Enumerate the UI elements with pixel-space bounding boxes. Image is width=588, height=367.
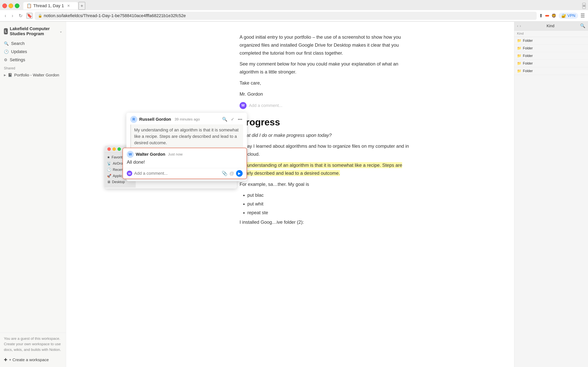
app-body: L Lakefield Computer Studies Program ⌄ 🔍… (0, 22, 588, 367)
bullet-1: put blac (247, 191, 415, 199)
reply-text: All done! (123, 159, 247, 168)
sidebar-search-label: Search (11, 41, 25, 46)
lock-icon: 🔒 (38, 14, 42, 18)
content-body-2: What did I do or make progress upon toda… (240, 131, 415, 226)
expand-icon: ▶ (4, 74, 6, 77)
bullet-3: repeat ste (247, 209, 415, 217)
portfolio-label: Portfolio - Walter Gordon (14, 73, 59, 77)
sidebar-item-search[interactable]: 🔍 Search (0, 40, 66, 48)
new-tab-button[interactable]: + (79, 2, 85, 10)
browser-chrome: 📋 Thread 1, Day 1 ✕ + ≡ ‹ › ↻ 🔖 🔒 notion… (0, 0, 588, 22)
folder-icon-4: 📁 (517, 46, 521, 50)
highlighted-paragraph: My understanding of an algorithm is that… (240, 161, 415, 177)
sidebar-item-settings[interactable]: ⚙ Settings (0, 56, 66, 64)
comment-input-placeholder[interactable]: Add a comment... (249, 103, 282, 108)
paragraph-8: I installed Goog…ive folder (2): (240, 218, 415, 226)
sidebar-footer: You are a guest of this workspace. Creat… (0, 333, 66, 356)
tab-icon: 📋 (26, 3, 32, 8)
content-body: A good initial entry to your portfolio –… (240, 33, 415, 98)
star-icon: ★ (107, 155, 110, 159)
comment-time: 39 minutes ago (175, 117, 200, 122)
tab-list-button[interactable]: ≡ (582, 3, 586, 9)
finder-fullscreen[interactable] (118, 147, 121, 151)
sidebar-settings-label: Settings (10, 57, 25, 62)
user-avatar: W (240, 102, 247, 109)
create-workspace-button[interactable]: ✚ + Create a workspace (0, 356, 66, 364)
refresh-button[interactable]: ↻ (17, 12, 24, 19)
folder-icon-7: 📁 (517, 69, 521, 73)
tab-title: Thread 1, Day 1 (33, 3, 64, 8)
folder-icon-6: 📁 (517, 61, 521, 66)
comment-author-name: Russell Gordon (139, 117, 171, 122)
folder-icon-3: 📁 (517, 39, 521, 43)
address-bar[interactable]: 🔒 notion.so/lakefieldcs/Thread-1-Day-1-b… (35, 12, 537, 20)
attach-button[interactable]: 📎 (222, 171, 227, 176)
sidebar-page-portfolio[interactable]: ▶ 📓 Portfolio - Walter Gordon (0, 72, 66, 79)
reply-popup: W Walter Gordon Just now All done! W 📎 @… (123, 148, 247, 179)
brave-logo-button[interactable]: 🦁 (551, 13, 556, 18)
reply-input-row: W 📎 @ ▶ (123, 168, 247, 179)
workspace-chevron-icon: ⌄ (59, 30, 62, 33)
right-panel-title: Kind (546, 24, 554, 28)
comment-more-button[interactable]: ••• (237, 116, 243, 123)
notebook-icon: 📓 (8, 73, 12, 77)
main-content: A good initial entry to your portfolio –… (66, 22, 588, 367)
reply-author-name: Walter Gordon (136, 152, 165, 157)
reply-header: W Walter Gordon Just now (123, 148, 247, 159)
right-panel: ‹ › Kind 🔍 Kind 📁 Folder 📁 Folder 📁 Fold… (514, 21, 588, 367)
fullscreen-button[interactable] (15, 3, 19, 8)
comment-author-avatar: R (130, 116, 137, 123)
hamburger-menu[interactable]: ☰ (580, 13, 585, 19)
bookmark-button[interactable]: 🔖 (26, 13, 33, 19)
comment-popup-header: R Russell Gordon 39 minutes ago 🔍 ✓ ••• (126, 113, 247, 125)
comment-quoted-text: My understanding of an algorithm is that… (130, 125, 243, 148)
forward-button[interactable]: › (10, 12, 15, 19)
create-workspace-label: + Create a workspace (9, 358, 49, 362)
recents-icon: 🕐 (107, 167, 111, 172)
comment-input-row[interactable]: W Add a comment... (240, 102, 415, 109)
vpn-button[interactable]: 🔐 VPN (559, 13, 578, 19)
highlight-text: My understanding of an algorithm is that… (240, 162, 402, 176)
workspace-header[interactable]: L Lakefield Computer Studies Program ⌄ (0, 25, 66, 40)
comment-popup-actions: 🔍 ✓ ••• (221, 116, 243, 123)
paragraph-6: For example, sa…ther. My goal is (240, 180, 415, 188)
bullet-2: put whit (247, 200, 415, 208)
finder-close[interactable] (107, 147, 111, 151)
panel-forward-btn[interactable]: › (520, 24, 521, 28)
right-panel-toolbar: ‹ › Kind 🔍 (514, 21, 588, 31)
close-button[interactable] (2, 3, 7, 8)
url-text: notion.so/lakefieldcs/Thread-1-Day-1-be7… (44, 13, 186, 18)
back-button[interactable]: ‹ (3, 12, 8, 19)
applications-icon: 🚀 (107, 174, 111, 178)
comment-search-button[interactable]: 🔍 (221, 116, 228, 123)
right-panel-item-3[interactable]: 📁 Folder (514, 52, 588, 60)
finder-minimize[interactable] (112, 147, 116, 151)
send-button[interactable]: ▶ (236, 170, 243, 177)
sidebar: L Lakefield Computer Studies Program ⌄ 🔍… (0, 22, 66, 367)
right-panel-item-4[interactable]: 📁 Folder (514, 60, 588, 67)
right-panel-item-1[interactable]: 📁 Folder (514, 37, 588, 44)
workspace-icon: L (4, 28, 8, 34)
tab-close-button[interactable]: ✕ (67, 4, 70, 8)
nav-actions: ⬆ 🦁 🔐 VPN ☰ (539, 13, 585, 19)
right-panel-item-5[interactable]: 📁 Folder (514, 67, 588, 75)
right-panel-item-2[interactable]: 📁 Folder (514, 44, 588, 52)
active-tab[interactable]: 📋 Thread 1, Day 1 ✕ (23, 2, 78, 9)
traffic-lights (2, 3, 19, 8)
clock-icon: 🕐 (4, 49, 9, 54)
mention-button[interactable]: @ (229, 171, 234, 176)
share-button[interactable]: ⬆ (539, 13, 543, 18)
comment-resolve-button[interactable]: ✓ (230, 116, 235, 123)
minimize-button[interactable] (8, 3, 13, 8)
right-panel-search-btn[interactable]: 🔍 (580, 23, 585, 28)
brave-shields[interactable] (545, 15, 549, 17)
panel-back-btn[interactable]: ‹ (517, 24, 518, 28)
sidebar-item-updates[interactable]: 🕐 Updates (0, 48, 66, 56)
tab-bar: 📋 Thread 1, Day 1 ✕ + ≡ (0, 0, 588, 10)
reply-comment-input[interactable] (134, 171, 220, 176)
bullet-list: put blac put whit repeat ste (247, 191, 415, 217)
progress-heading: Progress (240, 117, 415, 127)
shared-section-title: Shared (0, 64, 66, 72)
paragraph-3: Take care, (240, 79, 415, 87)
paragraph-5: Today I learned about algorithms and how… (240, 142, 415, 158)
